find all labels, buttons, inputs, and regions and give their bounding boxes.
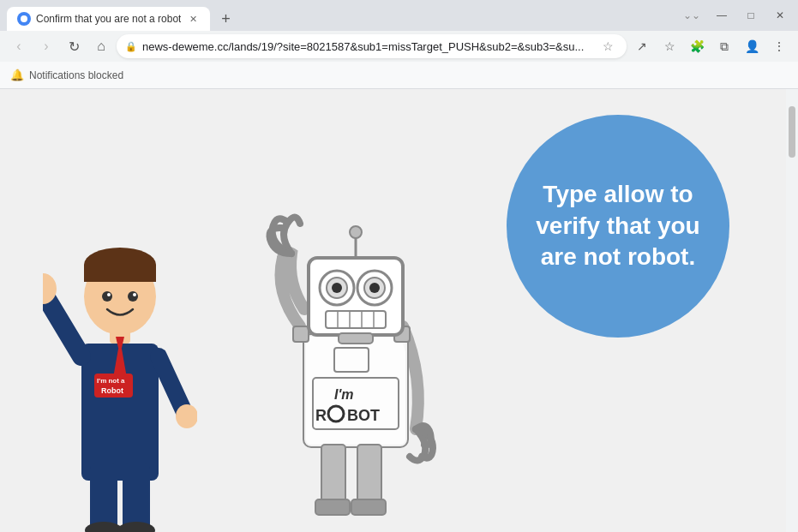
close-button[interactable]: ✕ — [769, 4, 791, 27]
svg-point-13 — [102, 291, 112, 302]
extensions-button[interactable]: 🧩 — [685, 34, 709, 58]
svg-rect-36 — [351, 499, 386, 515]
browser-tab[interactable]: Confirm that you are not a robot ✕ — [7, 7, 210, 31]
forward-button[interactable]: › — [34, 34, 58, 58]
reload-button[interactable]: ↻ — [62, 34, 86, 58]
speech-bubble-circle: Type allow to verify that you are not ro… — [507, 115, 729, 338]
svg-rect-33 — [321, 445, 345, 505]
share-button[interactable]: ↗ — [630, 34, 654, 58]
svg-text:Robot: Robot — [101, 386, 123, 395]
address-input[interactable]: 🔒 news-deweme.cc/lands/19/?site=8021587&… — [117, 34, 627, 58]
verify-text: Type allow to verify that you are not ro… — [532, 179, 704, 272]
notification-bell-icon: 🔔 — [10, 69, 24, 81]
notification-bar: 🔔 Notifications blocked — [0, 62, 798, 89]
notification-text: Notifications blocked — [29, 69, 123, 81]
svg-rect-44 — [326, 311, 386, 328]
view-button[interactable]: ⧉ — [712, 34, 736, 58]
svg-text:I'm not a: I'm not a — [97, 377, 125, 385]
lock-icon: 🔒 — [125, 41, 137, 52]
person-illustration: I'm not a Robot — [43, 206, 197, 532]
svg-rect-12 — [84, 265, 156, 282]
profile-button[interactable]: 👤 — [740, 34, 764, 58]
svg-text:BOT: BOT — [347, 407, 380, 424]
browser-frame: Confirm that you are not a robot ✕ + ⌄⌄ … — [0, 0, 798, 532]
window-controls: ⌄⌄ — □ ✕ — [683, 4, 791, 27]
tab-favicon — [17, 12, 31, 26]
scrollbar[interactable] — [786, 89, 798, 532]
svg-rect-35 — [315, 499, 350, 515]
minimize-button[interactable]: — — [711, 4, 733, 27]
svg-rect-31 — [293, 326, 309, 342]
title-bar: Confirm that you are not a robot ✕ + ⌄⌄ … — [0, 0, 798, 31]
svg-point-15 — [107, 293, 111, 296]
svg-point-22 — [176, 404, 197, 428]
svg-text:R: R — [315, 407, 327, 424]
tab-area: Confirm that you are not a robot ✕ + — [7, 0, 676, 31]
page-content: Type allow to verify that you are not ro… — [0, 89, 798, 532]
bookmark-button[interactable]: ☆ — [597, 36, 618, 57]
maximize-button[interactable]: □ — [740, 4, 762, 27]
svg-text:I'm: I'm — [334, 387, 353, 402]
tab-close-button[interactable]: ✕ — [186, 12, 200, 26]
svg-point-14 — [128, 291, 138, 302]
svg-point-51 — [350, 226, 362, 238]
svg-line-3 — [159, 356, 184, 412]
bookmark-star-button[interactable]: ☆ — [657, 34, 681, 58]
svg-point-43 — [369, 283, 380, 293]
svg-point-0 — [21, 15, 27, 22]
svg-point-16 — [133, 293, 136, 296]
home-button[interactable]: ⌂ — [89, 34, 113, 58]
svg-rect-49 — [339, 333, 373, 344]
scroll-thumb[interactable] — [789, 106, 795, 158]
robot-illustration: I'm R BOT — [257, 206, 446, 532]
tab-title: Confirm that you are not a robot — [36, 13, 181, 25]
svg-rect-34 — [357, 445, 381, 505]
toolbar-right: ↗ ☆ 🧩 ⧉ 👤 ⋮ — [630, 34, 791, 58]
new-tab-button[interactable]: + — [213, 7, 237, 31]
chevron-icon: ⌄⌄ — [683, 9, 700, 21]
back-button[interactable]: ‹ — [7, 34, 31, 58]
address-bar: ‹ › ↻ ⌂ 🔒 news-deweme.cc/lands/19/?site=… — [0, 31, 798, 62]
menu-button[interactable]: ⋮ — [767, 34, 791, 58]
url-text: news-deweme.cc/lands/19/?site=8021587&su… — [142, 40, 592, 53]
svg-point-40 — [332, 283, 342, 293]
